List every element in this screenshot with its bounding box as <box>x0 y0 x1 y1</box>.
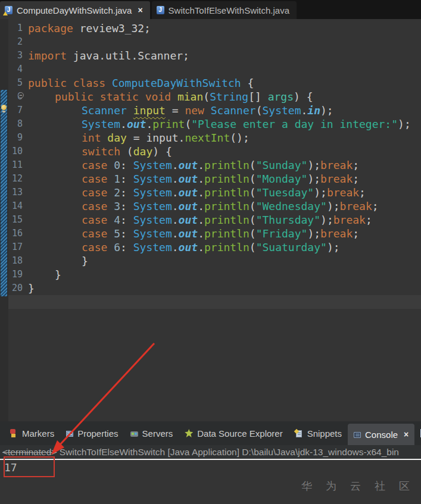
line-number: 9 <box>8 131 23 145</box>
code-line: System.out.print("Please enter a day in … <box>28 117 421 131</box>
range-indicator <box>1 90 7 296</box>
line-number: 12 <box>8 172 23 186</box>
line-number: 3 <box>8 49 23 62</box>
console-icon <box>354 432 361 438</box>
editor-tab[interactable]: ComputeDayWithSwitch.java× <box>0 1 150 19</box>
code-line: case 6: System.out.println("Suaturday"); <box>28 240 421 254</box>
line-number-gutter[interactable]: 123456789101112131415161718192021 <box>8 21 23 309</box>
view-tab-label: Properties <box>77 428 118 439</box>
code-line: case 2: System.out.println("Tuesday");br… <box>28 186 421 199</box>
editor-tab-label: ComputeDayWithSwitch.java <box>17 5 132 15</box>
view-tab-markers[interactable]: Markers <box>4 421 60 445</box>
console-output-area[interactable]: 17 华 为 云 社 区 <box>0 460 421 504</box>
line-number: 17 <box>8 240 23 254</box>
line-number: 4 <box>8 62 23 76</box>
line-number: 14 <box>8 199 23 213</box>
line-number: 19 <box>8 268 23 281</box>
view-tab-label: Markers <box>22 428 54 439</box>
view-tab-data-source-explorer[interactable]: Data Source Explorer <box>179 421 288 445</box>
line-number: 1 <box>8 21 23 35</box>
code-line: } <box>28 281 421 295</box>
line-number: 16 <box>8 227 23 240</box>
watermark-text: 华 为 云 社 区 <box>301 479 415 493</box>
editor-tab[interactable]: SwitchToIfElseWithSwitch.java <box>152 1 297 19</box>
code-editor[interactable]: 123456789101112131415161718192021 − pack… <box>0 19 421 421</box>
servers-icon <box>130 431 138 437</box>
line-number: 8 <box>8 117 23 131</box>
line-number: 15 <box>8 213 23 227</box>
code-line: case 0: System.out.println("Sunday");bre… <box>28 158 421 172</box>
line-number: 18 <box>8 254 23 268</box>
code-line: case 4: System.out.println("Thursday");b… <box>28 213 421 227</box>
line-number: 11 <box>8 158 23 172</box>
line-number: 7 <box>8 104 23 117</box>
console-launch-title: SwitchToIfElseWithSwitch [Java Applicati… <box>57 447 399 457</box>
code-line: switch (day) { <box>28 145 421 158</box>
fold-collapse-icon[interactable]: − <box>18 92 24 98</box>
line-number: 2 <box>8 35 23 49</box>
view-tab-servers[interactable]: Servers <box>124 421 179 445</box>
code-line: public class ComputeDayWithSwitch { <box>28 76 421 90</box>
code-line: import java.util.Scanner; <box>28 49 421 62</box>
view-tab-label: Console <box>365 430 398 440</box>
code-line: case 1: System.out.println("Monday");bre… <box>28 172 421 186</box>
code-line <box>28 35 421 49</box>
view-tab-bar: MarkersPropertiesServersData Source Expl… <box>0 421 421 445</box>
line-number: 13 <box>8 186 23 199</box>
properties-icon <box>66 431 73 437</box>
eclipse-window: ComputeDayWithSwitch.java×SwitchToIfElse… <box>0 0 421 504</box>
close-icon[interactable]: × <box>404 430 408 439</box>
line-number: 5 <box>8 76 23 90</box>
annotation-ruler[interactable] <box>0 19 8 421</box>
view-tab-label: Snippets <box>307 428 342 439</box>
view-tab-bookmarks[interactable]: Boo <box>414 421 421 445</box>
close-icon[interactable]: × <box>138 5 142 15</box>
code-line: Scanner input = new Scanner(System.in); <box>28 104 421 117</box>
editor-tab-label: SwitchToIfElseWithSwitch.java <box>169 5 289 15</box>
code-line <box>28 295 421 309</box>
view-tab-label: Servers <box>142 428 173 439</box>
warning-annotation-icon[interactable] <box>1 104 8 112</box>
code-line: public static void mian(String[] args) { <box>28 90 421 104</box>
console-title-bar: <terminated> SwitchToIfElseWithSwitch [J… <box>0 445 421 459</box>
line-number: 20 <box>8 281 23 295</box>
view-tab-console[interactable]: Console× <box>348 424 414 445</box>
view-tab-snippets[interactable]: Snippets <box>289 421 348 445</box>
code-area[interactable]: package review3_32;import java.util.Scan… <box>28 21 421 309</box>
console-output-text: 17 <box>4 461 17 474</box>
java-file-icon <box>5 6 13 14</box>
code-line: } <box>28 268 421 281</box>
view-tab-label: Data Source Explorer <box>197 428 282 439</box>
terminated-status: <terminated> <box>2 447 57 457</box>
code-line: int day = input.nextInt(); <box>28 131 421 145</box>
java-file-icon <box>157 6 164 14</box>
data-source-explorer-icon <box>185 429 193 437</box>
code-line: case 3: System.out.println("Wednesday");… <box>28 199 421 213</box>
code-line: package review3_32; <box>28 21 421 35</box>
markers-icon <box>10 429 18 437</box>
line-number: 10 <box>8 145 23 158</box>
code-line: } <box>28 254 421 268</box>
editor-tab-bar: ComputeDayWithSwitch.java×SwitchToIfElse… <box>0 0 421 19</box>
code-line <box>28 62 421 76</box>
snippets-icon <box>296 430 302 437</box>
code-line: case 5: System.out.println("Friday");bre… <box>28 227 421 240</box>
view-tab-properties[interactable]: Properties <box>60 421 124 445</box>
